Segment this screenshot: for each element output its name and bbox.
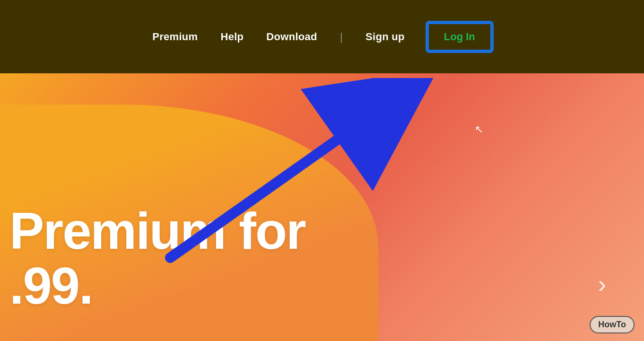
hero-text-block: Premium for .99. <box>9 203 305 313</box>
nav-signup[interactable]: Sign up <box>366 31 405 43</box>
nav-divider: | <box>340 30 343 44</box>
nav-download[interactable]: Download <box>266 31 317 43</box>
nav-links: Premium Help Download | Sign up Log In <box>152 23 492 51</box>
navbar: Premium Help Download | Sign up Log In <box>0 0 644 73</box>
hero-title-line2: .99. <box>9 258 305 313</box>
nav-premium[interactable]: Premium <box>152 31 198 43</box>
howto-badge: HowTo <box>590 316 635 333</box>
hero-section: Premium for .99. › ↖ <box>0 73 644 341</box>
hero-title-line1: Premium for <box>9 203 305 258</box>
login-button[interactable]: Log In <box>427 23 492 51</box>
chevron-right-button[interactable]: › <box>598 270 606 298</box>
nav-help[interactable]: Help <box>220 31 244 43</box>
